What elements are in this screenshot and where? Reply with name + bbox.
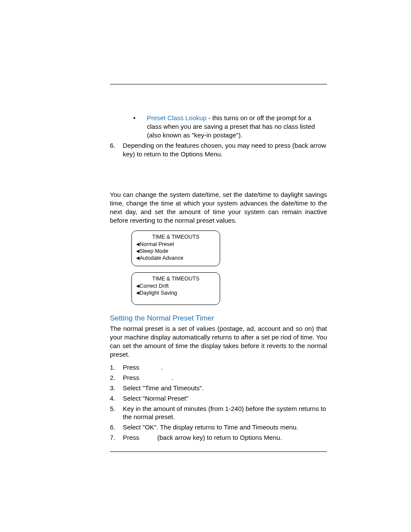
left-arrow-icon: ◀ — [136, 283, 140, 289]
section-paragraph: The normal preset is a set of values (po… — [110, 324, 327, 359]
screen-title: TIME & TIMEOUTS — [136, 233, 215, 240]
step-row: 3. Select "Time and Timeouts". — [110, 384, 327, 392]
lcd-screens-group: TIME & TIMEOUTS ◀Normal Preset ◀Sleep Mo… — [131, 230, 327, 305]
step-text: Depending on the features chosen, you ma… — [123, 141, 327, 159]
step-text: Press . — [123, 373, 327, 382]
top-bullet-block: • Preset Class Lookup - this turns on or… — [110, 114, 327, 140]
step-number: 7. — [110, 433, 123, 442]
bottom-rule — [110, 451, 327, 452]
step-text: Key in the amount of minutes (from 1-240… — [123, 404, 327, 422]
step-row: 4. Select "Normal Preset" — [110, 394, 327, 403]
document-page: • Preset Class Lookup - this turns on or… — [0, 0, 411, 532]
screen-item: ◀Correct Drift — [136, 283, 215, 289]
lcd-screen-2: TIME & TIMEOUTS ◀Correct Drift ◀Daylight… — [131, 272, 220, 305]
screen-item-label: Autodate Advance — [140, 255, 183, 261]
step-row: 7. Press (back arrow key) to return to O… — [110, 433, 327, 442]
left-arrow-icon: ◀ — [136, 241, 140, 247]
step-text: Select "Normal Preset" — [123, 394, 327, 403]
left-arrow-icon: ◀ — [136, 290, 140, 296]
step-text: Select "Time and Timeouts". — [123, 384, 327, 392]
step-number: 6. — [110, 141, 123, 159]
screen-item-label: Correct Drift — [140, 283, 168, 289]
top-rule — [110, 84, 327, 84]
step-text: Press . — [123, 363, 327, 372]
step-number: 2. — [110, 373, 123, 382]
step-row: 2. Press . — [110, 373, 327, 382]
preset-class-lookup-link[interactable]: Preset Class Lookup — [147, 114, 206, 121]
bullet-mark: • — [122, 114, 147, 140]
bullet-item: • Preset Class Lookup - this turns on or… — [122, 114, 327, 140]
spacer — [110, 160, 327, 190]
intro-paragraph: You can change the system date/time, set… — [110, 190, 327, 225]
step-number: 6. — [110, 423, 123, 432]
screen-item: ◀Normal Preset — [136, 241, 215, 248]
step-number: 3. — [110, 384, 123, 392]
lcd-screen-1: TIME & TIMEOUTS ◀Normal Preset ◀Sleep Mo… — [131, 230, 220, 266]
ordered-steps: 1. Press . 2. Press . 3. Select "Time an… — [110, 363, 327, 442]
left-arrow-icon: ◀ — [136, 255, 140, 261]
step-row: 5. Key in the amount of minutes (from 1-… — [110, 404, 327, 422]
screen-item: ◀Daylight Saving — [136, 289, 215, 296]
step-number: 4. — [110, 394, 123, 403]
left-arrow-icon: ◀ — [136, 248, 140, 254]
screen-item-label: Sleep Mode — [140, 248, 168, 254]
step-text: Select "OK". The display returns to Time… — [123, 423, 327, 432]
screen-item: ◀Sleep Mode — [136, 248, 215, 255]
screen-item-label: Daylight Saving — [140, 290, 177, 296]
step-text: Press (back arrow key) to return to Opti… — [123, 433, 327, 442]
bullet-text: Preset Class Lookup - this turns on or o… — [147, 114, 327, 140]
step-row: 6. Depending on the features chosen, you… — [110, 141, 327, 159]
screen-title: TIME & TIMEOUTS — [136, 275, 215, 282]
body-content: • Preset Class Lookup - this turns on or… — [110, 114, 327, 452]
step-number: 5. — [110, 404, 123, 422]
step-number: 1. — [110, 363, 123, 372]
step-row: 6. Select "OK". The display returns to T… — [110, 423, 327, 432]
section-heading: Setting the Normal Preset Timer — [110, 314, 327, 324]
screen-item: ◀Autodate Advance — [136, 255, 215, 261]
step-row: 1. Press . — [110, 363, 327, 372]
screen-item-label: Normal Preset — [140, 241, 174, 247]
